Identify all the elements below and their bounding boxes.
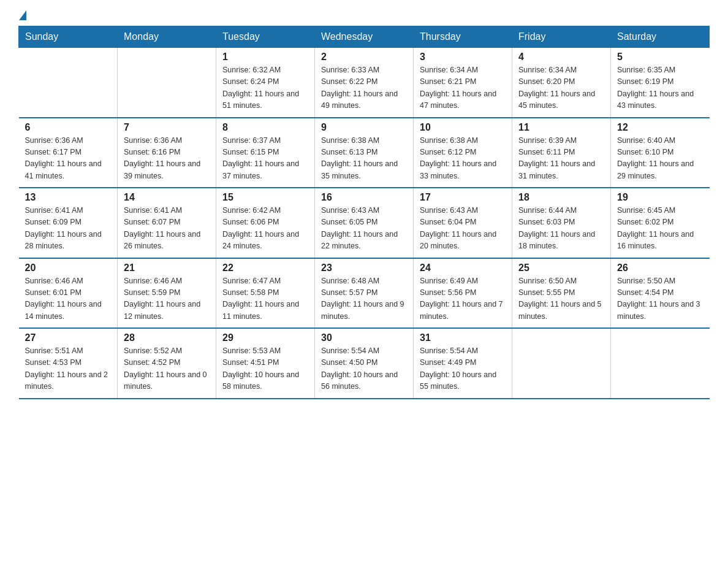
calendar-cell: 12Sunrise: 6:40 AM Sunset: 6:10 PM Dayli… [611,118,710,188]
calendar-table: SundayMondayTuesdayWednesdayThursdayFrid… [18,26,710,399]
day-number: 18 [518,192,604,203]
day-info: Sunrise: 6:45 AM Sunset: 6:02 PM Dayligh… [617,205,703,253]
calendar-cell: 28Sunrise: 5:52 AM Sunset: 4:52 PM Dayli… [118,328,216,399]
calendar-week-row: 13Sunrise: 6:41 AM Sunset: 6:09 PM Dayli… [19,188,710,258]
day-number: 25 [518,262,604,274]
calendar-week-row: 20Sunrise: 6:46 AM Sunset: 6:01 PM Dayli… [19,258,710,329]
column-header-monday: Monday [118,26,216,48]
day-number: 20 [25,262,112,274]
calendar-cell: 1Sunrise: 6:32 AM Sunset: 6:24 PM Daylig… [216,48,315,118]
calendar-cell [512,328,611,399]
calendar-cell: 10Sunrise: 6:38 AM Sunset: 6:12 PM Dayli… [414,118,512,188]
day-number: 31 [420,332,506,343]
day-info: Sunrise: 6:39 AM Sunset: 6:11 PM Dayligh… [518,135,604,183]
day-info: Sunrise: 5:50 AM Sunset: 4:54 PM Dayligh… [617,275,703,323]
day-info: Sunrise: 6:35 AM Sunset: 6:19 PM Dayligh… [617,64,703,112]
day-info: Sunrise: 6:43 AM Sunset: 6:04 PM Dayligh… [420,205,506,253]
calendar-week-row: 6Sunrise: 6:36 AM Sunset: 6:17 PM Daylig… [19,118,710,188]
calendar-cell: 30Sunrise: 5:54 AM Sunset: 4:50 PM Dayli… [315,328,414,399]
day-number: 8 [222,122,308,133]
page-header [18,12,710,20]
day-number: 22 [222,262,308,274]
calendar-cell: 26Sunrise: 5:50 AM Sunset: 4:54 PM Dayli… [611,258,710,329]
calendar-cell: 29Sunrise: 5:53 AM Sunset: 4:51 PM Dayli… [216,328,315,399]
calendar-week-row: 1Sunrise: 6:32 AM Sunset: 6:24 PM Daylig… [19,48,710,118]
calendar-cell: 6Sunrise: 6:36 AM Sunset: 6:17 PM Daylig… [19,118,118,188]
day-number: 4 [518,52,604,63]
calendar-cell: 13Sunrise: 6:41 AM Sunset: 6:09 PM Dayli… [19,188,118,258]
day-info: Sunrise: 6:41 AM Sunset: 6:09 PM Dayligh… [25,205,112,253]
calendar-cell: 27Sunrise: 5:51 AM Sunset: 4:53 PM Dayli… [19,328,118,399]
calendar-cell: 4Sunrise: 6:34 AM Sunset: 6:20 PM Daylig… [512,48,611,118]
day-info: Sunrise: 6:46 AM Sunset: 6:01 PM Dayligh… [25,275,112,323]
day-info: Sunrise: 5:52 AM Sunset: 4:52 PM Dayligh… [124,345,210,393]
calendar-cell: 23Sunrise: 6:48 AM Sunset: 5:57 PM Dayli… [315,258,414,329]
day-number: 24 [420,262,506,274]
day-info: Sunrise: 6:47 AM Sunset: 5:58 PM Dayligh… [222,275,308,323]
calendar-cell: 19Sunrise: 6:45 AM Sunset: 6:02 PM Dayli… [611,188,710,258]
day-number: 3 [420,52,506,63]
day-info: Sunrise: 5:54 AM Sunset: 4:50 PM Dayligh… [321,345,407,393]
logo-arrow-icon [19,10,26,20]
day-info: Sunrise: 6:32 AM Sunset: 6:24 PM Dayligh… [222,64,308,112]
calendar-cell: 8Sunrise: 6:37 AM Sunset: 6:15 PM Daylig… [216,118,315,188]
day-number: 6 [25,122,112,133]
calendar-week-row: 27Sunrise: 5:51 AM Sunset: 4:53 PM Dayli… [19,328,710,399]
day-info: Sunrise: 6:44 AM Sunset: 6:03 PM Dayligh… [518,205,604,253]
calendar-cell: 24Sunrise: 6:49 AM Sunset: 5:56 PM Dayli… [414,258,512,329]
day-info: Sunrise: 6:49 AM Sunset: 5:56 PM Dayligh… [420,275,506,323]
calendar-cell: 31Sunrise: 5:54 AM Sunset: 4:49 PM Dayli… [414,328,512,399]
day-info: Sunrise: 6:38 AM Sunset: 6:12 PM Dayligh… [420,135,506,183]
day-number: 15 [222,192,308,203]
day-number: 2 [321,52,407,63]
calendar-cell: 5Sunrise: 6:35 AM Sunset: 6:19 PM Daylig… [611,48,710,118]
calendar-cell: 14Sunrise: 6:41 AM Sunset: 6:07 PM Dayli… [118,188,216,258]
day-info: Sunrise: 6:36 AM Sunset: 6:17 PM Dayligh… [25,135,112,183]
day-number: 23 [321,262,407,274]
calendar-cell: 2Sunrise: 6:33 AM Sunset: 6:22 PM Daylig… [315,48,414,118]
day-info: Sunrise: 6:43 AM Sunset: 6:05 PM Dayligh… [321,205,407,253]
calendar-cell: 22Sunrise: 6:47 AM Sunset: 5:58 PM Dayli… [216,258,315,329]
calendar-cell: 25Sunrise: 6:50 AM Sunset: 5:55 PM Dayli… [512,258,611,329]
day-number: 5 [617,52,703,63]
day-number: 11 [518,122,604,133]
day-info: Sunrise: 5:54 AM Sunset: 4:49 PM Dayligh… [420,345,506,393]
day-number: 13 [25,192,112,203]
day-info: Sunrise: 6:34 AM Sunset: 6:20 PM Dayligh… [518,64,604,112]
day-info: Sunrise: 6:37 AM Sunset: 6:15 PM Dayligh… [222,135,308,183]
calendar-cell: 20Sunrise: 6:46 AM Sunset: 6:01 PM Dayli… [19,258,118,329]
calendar-cell: 17Sunrise: 6:43 AM Sunset: 6:04 PM Dayli… [414,188,512,258]
logo [18,12,26,20]
column-header-friday: Friday [512,26,611,48]
column-header-saturday: Saturday [611,26,710,48]
day-number: 28 [124,332,210,343]
day-number: 19 [617,192,703,203]
column-header-tuesday: Tuesday [216,26,315,48]
day-info: Sunrise: 5:53 AM Sunset: 4:51 PM Dayligh… [222,345,308,393]
day-info: Sunrise: 6:41 AM Sunset: 6:07 PM Dayligh… [124,205,210,253]
day-number: 17 [420,192,506,203]
calendar-cell: 16Sunrise: 6:43 AM Sunset: 6:05 PM Dayli… [315,188,414,258]
day-info: Sunrise: 6:48 AM Sunset: 5:57 PM Dayligh… [321,275,407,323]
calendar-cell [611,328,710,399]
day-info: Sunrise: 6:50 AM Sunset: 5:55 PM Dayligh… [518,275,604,323]
day-info: Sunrise: 5:51 AM Sunset: 4:53 PM Dayligh… [25,345,112,393]
calendar-cell: 21Sunrise: 6:46 AM Sunset: 5:59 PM Dayli… [118,258,216,329]
calendar-cell [19,48,118,118]
day-number: 29 [222,332,308,343]
day-number: 7 [124,122,210,133]
calendar-cell: 11Sunrise: 6:39 AM Sunset: 6:11 PM Dayli… [512,118,611,188]
day-number: 10 [420,122,506,133]
column-header-thursday: Thursday [414,26,512,48]
day-number: 16 [321,192,407,203]
calendar-cell: 18Sunrise: 6:44 AM Sunset: 6:03 PM Dayli… [512,188,611,258]
calendar-cell: 9Sunrise: 6:38 AM Sunset: 6:13 PM Daylig… [315,118,414,188]
day-info: Sunrise: 6:36 AM Sunset: 6:16 PM Dayligh… [124,135,210,183]
day-number: 27 [25,332,112,343]
day-number: 1 [222,52,308,63]
calendar-cell: 15Sunrise: 6:42 AM Sunset: 6:06 PM Dayli… [216,188,315,258]
calendar-header-row: SundayMondayTuesdayWednesdayThursdayFrid… [19,26,710,48]
day-info: Sunrise: 6:46 AM Sunset: 5:59 PM Dayligh… [124,275,210,323]
column-header-sunday: Sunday [19,26,118,48]
day-number: 12 [617,122,703,133]
